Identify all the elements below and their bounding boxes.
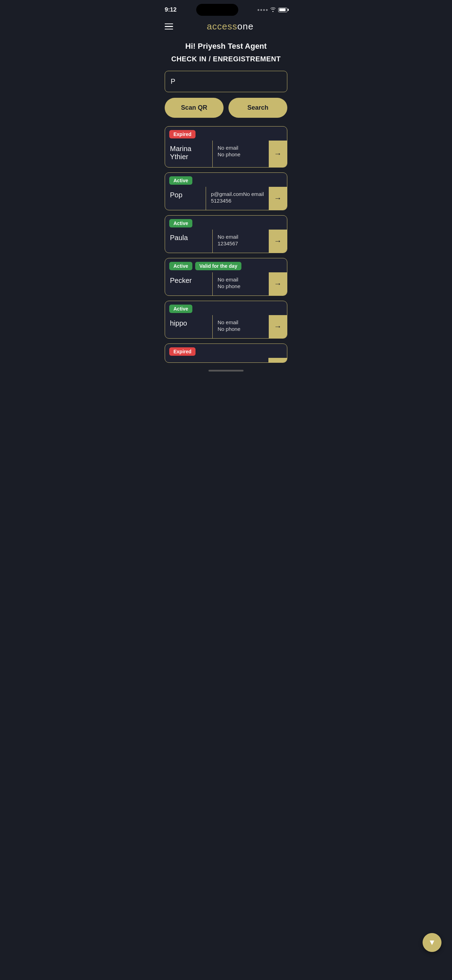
card-body-marina: Marina YthierNo emailNo phone→ — [165, 140, 287, 167]
card-info-line-pecker-1: No phone — [218, 283, 264, 289]
card-info-line-pop-0: p@gmail.comNo email — [211, 191, 264, 197]
card-name-section-last-expired — [165, 358, 269, 363]
result-card-marina: ExpiredMarina YthierNo emailNo phone→ — [165, 126, 287, 167]
card-name-section-pop: Pop — [165, 187, 206, 210]
card-info-section-pecker: No emailNo phone — [213, 272, 269, 296]
hamburger-line-3 — [165, 29, 173, 30]
card-arrow-marina[interactable]: → — [269, 140, 287, 167]
result-card-pecker: ActiveValid for the dayPeckerNo emailNo … — [165, 258, 287, 296]
badge-active-pop: Active — [169, 176, 193, 185]
card-name-pecker: Pecker — [170, 277, 207, 285]
search-input[interactable] — [165, 71, 287, 92]
greeting-text: Hi! Priyesh Test Agent — [158, 35, 294, 54]
search-input-container — [158, 71, 294, 98]
hamburger-line-2 — [165, 26, 173, 27]
card-name-paula: Paula — [170, 234, 207, 242]
card-badges-pop: Active — [165, 173, 287, 187]
arrow-icon-paula: → — [274, 237, 282, 246]
card-body-pecker: PeckerNo emailNo phone→ — [165, 272, 287, 296]
status-bar: 9:12 — [158, 0, 294, 18]
arrow-icon-last-expired: → — [274, 359, 282, 363]
card-info-line-pecker-0: No email — [218, 277, 264, 283]
logo-access: access — [207, 21, 237, 32]
card-arrow-paula[interactable]: → — [269, 229, 287, 253]
app-header: accessone — [158, 18, 294, 35]
badge-expired-marina: Expired — [169, 130, 196, 138]
arrow-icon-pop: → — [274, 194, 282, 203]
card-info-line-paula-1: 1234567 — [218, 240, 264, 247]
card-name-section-marina: Marina Ythier — [165, 140, 213, 167]
arrow-icon-marina: → — [274, 149, 282, 158]
status-icons — [258, 7, 287, 13]
card-name-marina: Marina Ythier — [170, 145, 207, 161]
badge-expired-last-expired: Expired — [169, 347, 196, 356]
card-badges-marina: Expired — [165, 127, 287, 140]
signal-icon — [258, 9, 268, 11]
card-name-section-paula: Paula — [165, 229, 213, 253]
card-name-hippo: hippo — [170, 319, 207, 328]
badge-active-pecker: Active — [169, 262, 193, 270]
card-info-line-pop-1: 5123456 — [211, 198, 264, 204]
badge-active-paula: Active — [169, 219, 193, 228]
card-info-line-hippo-1: No phone — [218, 326, 264, 332]
card-info-section-pop: p@gmail.comNo email5123456 — [206, 187, 269, 210]
card-badges-paula: Active — [165, 216, 287, 229]
card-badges-last-expired: Expired — [165, 344, 287, 358]
card-info-section-marina: No emailNo phone — [213, 140, 269, 167]
result-card-last-expired: Expired→ — [165, 344, 287, 363]
results-list: ExpiredMarina YthierNo emailNo phone→Act… — [158, 126, 294, 363]
page-title: CHECK IN / ENREGISTREMENT — [158, 54, 294, 71]
card-name-section-pecker: Pecker — [165, 272, 213, 296]
scan-qr-button[interactable]: Scan QR — [165, 98, 224, 118]
card-body-hippo: hippoNo emailNo phone→ — [165, 315, 287, 338]
card-body-paula: PaulaNo email1234567→ — [165, 229, 287, 253]
card-badges-hippo: Active — [165, 301, 287, 315]
status-time: 9:12 — [165, 6, 177, 13]
card-info-line-paula-0: No email — [218, 234, 264, 240]
battery-icon — [278, 8, 287, 12]
badge-valid-day-pecker: Valid for the day — [195, 262, 242, 270]
wifi-icon — [270, 7, 276, 13]
card-arrow-hippo[interactable]: → — [269, 315, 287, 338]
card-info-section-paula: No email1234567 — [213, 229, 269, 253]
card-arrow-last-expired[interactable]: → — [269, 358, 287, 363]
dynamic-island — [196, 4, 238, 16]
card-body-last-expired: → — [165, 358, 287, 363]
card-info-line-marina-0: No email — [218, 145, 264, 151]
badge-active-hippo: Active — [169, 305, 193, 313]
card-name-section-hippo: hippo — [165, 315, 213, 338]
card-arrow-pop[interactable]: → — [269, 187, 287, 210]
result-card-hippo: ActivehippoNo emailNo phone→ — [165, 301, 287, 339]
card-info-line-hippo-0: No email — [218, 319, 264, 325]
card-info-line-marina-1: No phone — [218, 151, 264, 158]
scroll-indicator — [208, 370, 244, 372]
arrow-icon-hippo: → — [274, 322, 282, 331]
card-arrow-pecker[interactable]: → — [269, 272, 287, 296]
hamburger-button[interactable] — [165, 24, 173, 30]
action-buttons: Scan QR Search — [158, 98, 294, 126]
search-button[interactable]: Search — [228, 98, 287, 118]
result-card-paula: ActivePaulaNo email1234567→ — [165, 215, 287, 253]
hamburger-line-1 — [165, 24, 173, 24]
arrow-icon-pecker: → — [274, 279, 282, 288]
card-name-pop: Pop — [170, 191, 201, 199]
logo-one: one — [237, 21, 253, 32]
card-badges-pecker: ActiveValid for the day — [165, 258, 287, 272]
result-card-pop: ActivePopp@gmail.comNo email5123456→ — [165, 172, 287, 210]
card-body-pop: Popp@gmail.comNo email5123456→ — [165, 187, 287, 210]
card-info-section-hippo: No emailNo phone — [213, 315, 269, 338]
logo: accessone — [173, 21, 287, 32]
